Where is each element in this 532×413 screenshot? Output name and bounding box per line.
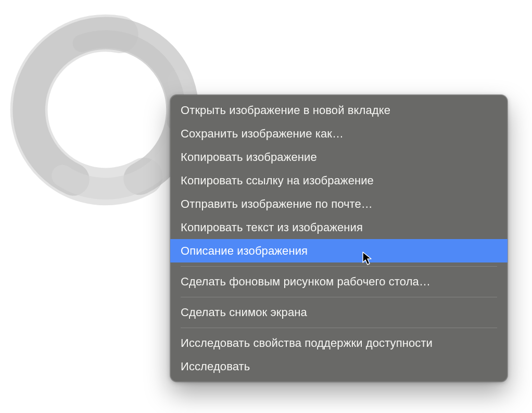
menu-item-save-image-as[interactable]: Сохранить изображение как… xyxy=(170,122,508,145)
menu-item-email-image[interactable]: Отправить изображение по почте… xyxy=(170,192,508,216)
menu-item-label: Отправить изображение по почте… xyxy=(181,197,373,210)
menu-item-copy-image-link[interactable]: Копировать ссылку на изображение xyxy=(170,169,508,192)
menu-item-label: Исследовать xyxy=(181,360,250,373)
menu-item-label: Сделать фоновым рисунком рабочего стола… xyxy=(181,275,430,288)
context-menu: Открыть изображение в новой вкладке Сохр… xyxy=(170,95,508,382)
menu-item-inspect[interactable]: Исследовать xyxy=(170,355,508,378)
menu-item-open-image-new-tab[interactable]: Открыть изображение в новой вкладке xyxy=(170,98,508,122)
menu-item-set-desktop-picture[interactable]: Сделать фоновым рисунком рабочего стола… xyxy=(170,270,508,293)
menu-separator xyxy=(181,266,497,267)
menu-item-label: Копировать текст из изображения xyxy=(181,221,363,234)
menu-item-label: Копировать ссылку на изображение xyxy=(181,174,374,187)
menu-item-copy-image[interactable]: Копировать изображение xyxy=(170,145,508,169)
menu-item-label: Сделать снимок экрана xyxy=(181,306,307,319)
menu-item-label: Сохранить изображение как… xyxy=(181,127,344,140)
svg-point-4 xyxy=(55,59,157,161)
menu-item-image-description[interactable]: Описание изображения xyxy=(170,239,508,262)
menu-item-label: Копировать изображение xyxy=(181,151,317,164)
menu-separator xyxy=(181,328,497,328)
menu-item-label: Открыть изображение в новой вкладке xyxy=(181,104,390,117)
menu-separator xyxy=(181,297,497,297)
menu-item-label: Описание изображения xyxy=(181,244,308,257)
menu-item-inspect-accessibility[interactable]: Исследовать свойства поддержки доступнос… xyxy=(170,331,508,355)
menu-item-copy-text-from-image[interactable]: Копировать текст из изображения xyxy=(170,216,508,239)
menu-item-label: Исследовать свойства поддержки доступнос… xyxy=(181,336,433,349)
menu-item-take-screenshot[interactable]: Сделать снимок экрана xyxy=(170,301,508,324)
